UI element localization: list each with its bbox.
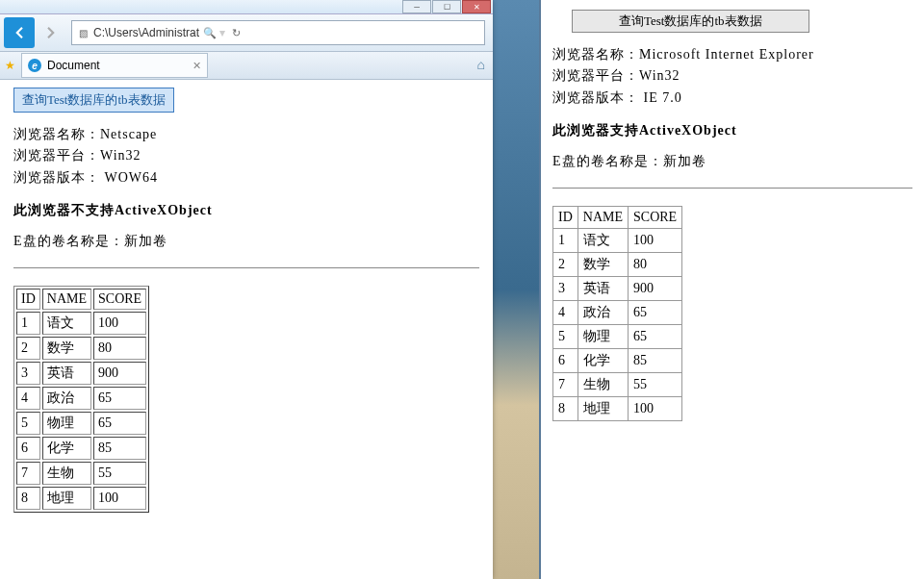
platform-label: 浏览器平台： xyxy=(13,148,100,163)
page-content-left: 查询Test数据库的tb表数据 浏览器名称：Netscape 浏览器平台：Win… xyxy=(0,80,493,579)
table-row: 6化学85 xyxy=(553,349,682,373)
tab-label: Document xyxy=(47,59,100,72)
col-score: SCORE xyxy=(93,289,146,310)
table-row: 2数学80 xyxy=(16,337,146,360)
data-table-left: ID NAME SCORE 1语文100 2数学80 3英语900 4政治65 … xyxy=(13,286,149,513)
disk-value: 新加卷 xyxy=(663,154,706,168)
version-value: IE 7.0 xyxy=(639,90,682,105)
back-button[interactable] xyxy=(4,17,35,48)
tab-close-icon[interactable]: ✕ xyxy=(192,60,201,72)
separator xyxy=(13,267,479,268)
close-button[interactable]: ✕ xyxy=(462,0,491,13)
arrow-right-icon xyxy=(42,24,60,41)
activex-support-text: 此浏览器支持ActiveXObject xyxy=(552,122,912,139)
table-row: 4政治65 xyxy=(16,387,146,410)
col-id: ID xyxy=(553,207,578,229)
table-row: 7生物55 xyxy=(16,462,146,485)
forward-button[interactable] xyxy=(36,17,66,48)
file-icon: ▧ xyxy=(76,26,90,39)
ie-window: ─ ☐ ✕ ▧ C:\Users\Administrat 🔍 ▾ ↻ ★ e D… xyxy=(0,0,493,579)
platform-value: Win32 xyxy=(100,148,141,163)
disk-label: E盘的卷名称是： xyxy=(13,234,124,248)
version-label: 浏览器版本： xyxy=(13,170,100,185)
page-content-right: 查询Test数据库的tb表数据 浏览器名称：Microsoft Internet… xyxy=(539,0,924,579)
query-button[interactable]: 查询Test数据库的tb表数据 xyxy=(13,88,174,113)
col-name: NAME xyxy=(42,289,91,310)
browser-name-label: 浏览器名称： xyxy=(13,127,100,141)
platform-value: Win32 xyxy=(639,68,680,83)
data-table-right: ID NAME SCORE 1语文100 2数学80 3英语900 4政治65 … xyxy=(552,206,682,421)
disk-value: 新加卷 xyxy=(124,234,167,248)
home-icon[interactable]: ⌂ xyxy=(477,58,485,73)
query-button[interactable]: 查询Test数据库的tb表数据 xyxy=(572,10,809,33)
browser-tab[interactable]: e Document ✕ xyxy=(21,53,208,78)
arrow-left-icon xyxy=(11,24,28,41)
browser-info-block: 浏览器名称：Microsoft Internet Explorer 浏览器平台：… xyxy=(552,44,912,109)
table-row: 1语文100 xyxy=(553,229,682,253)
browser-name-value: Microsoft Internet Explorer xyxy=(639,47,814,62)
desktop-background-strip xyxy=(493,0,539,579)
window-titlebar[interactable]: ─ ☐ ✕ xyxy=(0,0,493,14)
table-header-row: ID NAME SCORE xyxy=(16,289,146,310)
table-header-row: ID NAME SCORE xyxy=(553,207,682,229)
table-row: 8地理100 xyxy=(553,397,682,421)
favorites-icon[interactable]: ★ xyxy=(0,59,19,73)
version-value: WOW64 xyxy=(100,170,158,185)
col-name: NAME xyxy=(578,207,628,229)
table-row: 5物理65 xyxy=(553,325,682,349)
table-row: 2数学80 xyxy=(553,253,682,277)
table-row: 5物理65 xyxy=(16,412,146,435)
separator xyxy=(552,188,912,189)
ie-nav-toolbar: ▧ C:\Users\Administrat 🔍 ▾ ↻ xyxy=(0,14,493,52)
browser-info-block: 浏览器名称：Netscape 浏览器平台：Win32 浏览器版本： WOW64 xyxy=(13,124,479,189)
table-row: 8地理100 xyxy=(16,487,146,510)
refresh-icon[interactable]: ↻ xyxy=(232,27,241,39)
tab-strip: ★ e Document ✕ ⌂ xyxy=(0,52,493,80)
table-row: 7生物55 xyxy=(553,373,682,397)
table-row: 3英语900 xyxy=(553,277,682,301)
url-text: C:\Users\Administrat xyxy=(93,26,199,39)
browser-name-value: Netscape xyxy=(100,127,157,141)
maximize-button[interactable]: ☐ xyxy=(432,0,461,13)
table-row: 3英语900 xyxy=(16,362,146,385)
minimize-button[interactable]: ─ xyxy=(402,0,431,13)
version-label: 浏览器版本： xyxy=(552,90,639,105)
table-row: 6化学85 xyxy=(16,437,146,460)
platform-label: 浏览器平台： xyxy=(552,68,639,83)
ie-logo-icon: e xyxy=(28,59,41,72)
disk-label: E盘的卷名称是： xyxy=(552,154,663,168)
col-score: SCORE xyxy=(629,207,682,229)
activex-support-text: 此浏览器不支持ActiveXObject xyxy=(13,202,479,219)
table-row: 4政治65 xyxy=(553,301,682,325)
search-icon[interactable]: 🔍 xyxy=(203,27,217,39)
address-bar[interactable]: ▧ C:\Users\Administrat 🔍 ▾ ↻ xyxy=(71,20,485,45)
table-row: 1语文100 xyxy=(16,312,146,335)
col-id: ID xyxy=(16,289,40,310)
browser-name-label: 浏览器名称： xyxy=(552,47,639,62)
